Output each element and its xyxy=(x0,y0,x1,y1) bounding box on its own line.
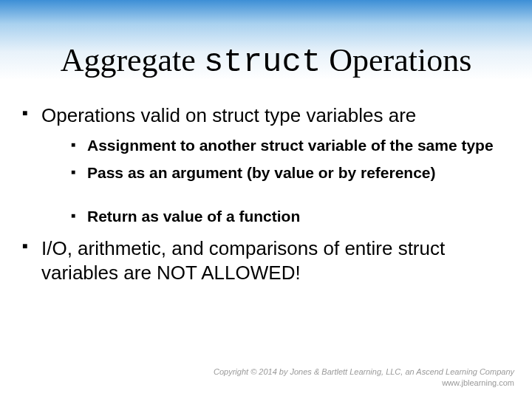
sub-bullet-1: Assignment to another struct variable of… xyxy=(71,135,510,155)
title-pre: Aggregate xyxy=(61,42,204,78)
bullet-1: Operations valid on struct type variable… xyxy=(22,103,510,226)
spacer xyxy=(41,190,510,199)
title-post: Operations xyxy=(321,42,471,78)
bullet-1-sublist: Assignment to another struct variable of… xyxy=(41,135,510,183)
bullet-1-text: Operations valid on struct type variable… xyxy=(41,104,416,126)
copyright-text: Copyright © 2014 by Jones & Bartlett Lea… xyxy=(214,366,514,378)
sub-bullet-3: Return as value of a function xyxy=(71,206,510,226)
footer: Copyright © 2014 by Jones & Bartlett Lea… xyxy=(214,366,514,389)
title-code: struct xyxy=(204,44,321,81)
bullet-1-sublist-2: Return as value of a function xyxy=(41,206,510,226)
footer-url: www.jblearning.com xyxy=(214,378,514,389)
slide: Aggregate struct Operations Operations v… xyxy=(0,0,532,399)
bullet-2: I/O, arithmetic, and comparisons of enti… xyxy=(22,236,510,284)
bullet-list: Operations valid on struct type variable… xyxy=(22,103,510,284)
slide-title: Aggregate struct Operations xyxy=(0,43,532,80)
sub-bullet-2: Pass as an argument (by value or by refe… xyxy=(71,163,510,183)
slide-body: Operations valid on struct type variable… xyxy=(22,103,510,295)
